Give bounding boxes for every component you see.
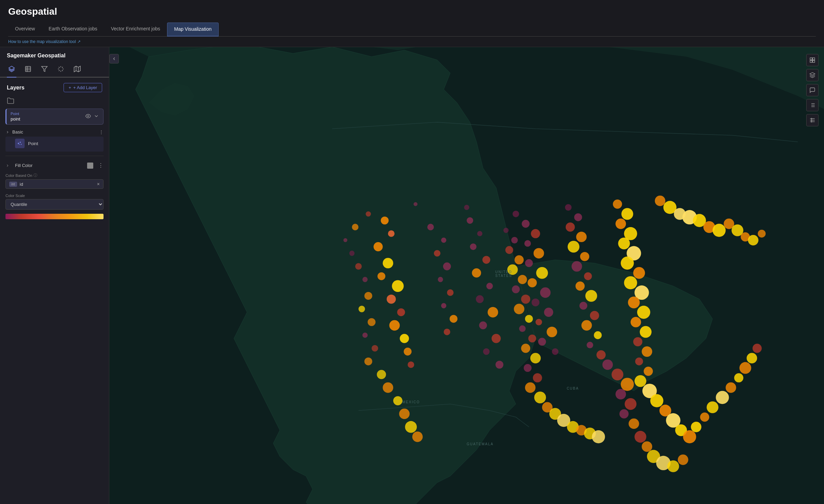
basic-section-row[interactable]: Basic ⋮ xyxy=(0,127,109,137)
svg-point-166 xyxy=(503,228,508,233)
layers-title: Layers xyxy=(7,85,25,91)
toolbar-filter-icon[interactable] xyxy=(40,64,49,78)
svg-point-127 xyxy=(713,224,726,237)
svg-line-12 xyxy=(59,70,59,71)
svg-point-73 xyxy=(566,223,575,232)
svg-line-9 xyxy=(62,70,63,71)
sidebar-toolbar xyxy=(0,61,109,78)
svg-point-53 xyxy=(492,334,501,343)
svg-point-116 xyxy=(726,382,736,393)
svg-point-24 xyxy=(388,230,395,237)
color-gradient-bar[interactable] xyxy=(5,214,104,219)
svg-rect-192 xyxy=(813,58,815,60)
toolbar-map-icon[interactable] xyxy=(72,64,82,78)
basic-menu-icon[interactable]: ⋮ xyxy=(99,129,104,135)
color-scale-label: Color Scale xyxy=(5,192,104,199)
svg-point-114 xyxy=(706,401,718,413)
svg-point-38 xyxy=(443,263,451,270)
sidebar-collapse-button[interactable] xyxy=(109,54,119,64)
map-svg xyxy=(109,47,824,504)
svg-point-61 xyxy=(525,259,533,267)
tab-map-visualization[interactable]: Map Visualization xyxy=(167,23,219,37)
svg-point-147 xyxy=(414,202,418,206)
info-icon: ⓘ xyxy=(33,173,37,178)
right-toolbar xyxy=(806,54,819,126)
svg-point-47 xyxy=(482,256,490,264)
help-link-bar: How to use the map visualization tool ↗ xyxy=(0,37,824,47)
tab-earth-observation[interactable]: Earth Observation jobs xyxy=(42,23,104,37)
fill-color-menu-icon[interactable]: ⋮ xyxy=(98,162,104,169)
toolbar-layers-icon[interactable] xyxy=(7,64,16,78)
layers-section-header: Layers + + Add Layer xyxy=(0,78,109,96)
svg-point-69 xyxy=(538,338,546,346)
svg-point-70 xyxy=(552,348,559,355)
list-view-button[interactable] xyxy=(806,99,819,111)
svg-point-100 xyxy=(640,326,652,338)
svg-point-102 xyxy=(642,346,652,357)
layer-expand-icon[interactable] xyxy=(94,113,99,120)
layer-visibility-icon[interactable] xyxy=(85,113,91,120)
svg-point-35 xyxy=(427,224,434,230)
toolbar-effects-icon[interactable] xyxy=(56,64,66,78)
color-scale-select[interactable]: Quantile Quantize Linear Custom xyxy=(5,199,104,210)
svg-point-132 xyxy=(758,230,766,238)
svg-point-66 xyxy=(544,308,553,317)
draw-button[interactable] xyxy=(806,84,819,96)
svg-point-30 xyxy=(397,308,405,316)
svg-point-139 xyxy=(629,418,639,429)
svg-point-91 xyxy=(618,238,630,250)
svg-point-181 xyxy=(533,373,542,382)
svg-point-117 xyxy=(734,373,743,382)
svg-point-137 xyxy=(625,398,637,410)
svg-point-76 xyxy=(580,252,589,261)
svg-point-161 xyxy=(383,382,393,393)
main-area: Sagemaker Geospatial xyxy=(0,47,824,504)
svg-point-19 xyxy=(20,142,21,143)
svg-point-83 xyxy=(581,320,592,331)
field-remove-button[interactable]: × xyxy=(97,181,100,187)
help-link[interactable]: How to use the map visualization tool ↗ xyxy=(8,39,81,44)
svg-point-112 xyxy=(691,422,701,432)
svg-point-32 xyxy=(400,334,409,343)
svg-point-178 xyxy=(521,344,530,353)
svg-point-138 xyxy=(619,409,629,419)
fill-color-label: Fill Color xyxy=(15,163,32,168)
svg-point-68 xyxy=(547,327,557,337)
3d-view-button[interactable] xyxy=(806,69,819,81)
svg-point-31 xyxy=(389,320,400,331)
svg-point-113 xyxy=(700,412,709,422)
point-label: Point xyxy=(28,141,38,146)
split-view-button[interactable] xyxy=(806,54,819,66)
table-view-button[interactable] xyxy=(806,114,819,126)
svg-point-85 xyxy=(587,342,593,348)
toolbar-table-icon[interactable] xyxy=(23,64,33,78)
svg-point-118 xyxy=(739,362,751,374)
svg-point-104 xyxy=(644,367,653,376)
svg-point-77 xyxy=(572,261,582,272)
svg-point-168 xyxy=(505,246,513,254)
svg-point-55 xyxy=(495,361,503,368)
layer-card-point[interactable]: Point point xyxy=(5,109,104,125)
cuba-label: CUBA xyxy=(567,387,579,390)
svg-point-39 xyxy=(438,277,443,282)
tab-vector-enrichment[interactable]: Vector Enrichment jobs xyxy=(104,23,167,37)
svg-point-165 xyxy=(412,432,423,442)
fill-color-swatch[interactable] xyxy=(87,163,93,169)
svg-point-28 xyxy=(392,280,404,292)
svg-point-99 xyxy=(631,317,641,327)
svg-point-46 xyxy=(470,243,477,250)
fill-color-header[interactable]: Fill Color ⋮ xyxy=(5,160,104,171)
add-layer-button[interactable]: + + Add Layer xyxy=(64,83,102,92)
svg-point-93 xyxy=(621,256,634,269)
svg-point-120 xyxy=(753,344,762,353)
svg-point-59 xyxy=(524,240,531,247)
layer-card-header: Point point xyxy=(6,109,103,124)
svg-point-34 xyxy=(408,361,414,368)
field-type-badge: int xyxy=(9,182,17,187)
svg-point-105 xyxy=(634,375,646,387)
svg-rect-194 xyxy=(813,60,815,62)
svg-point-80 xyxy=(585,290,597,302)
svg-point-177 xyxy=(528,335,536,342)
svg-point-25 xyxy=(373,242,383,251)
tab-overview[interactable]: Overview xyxy=(8,23,42,37)
